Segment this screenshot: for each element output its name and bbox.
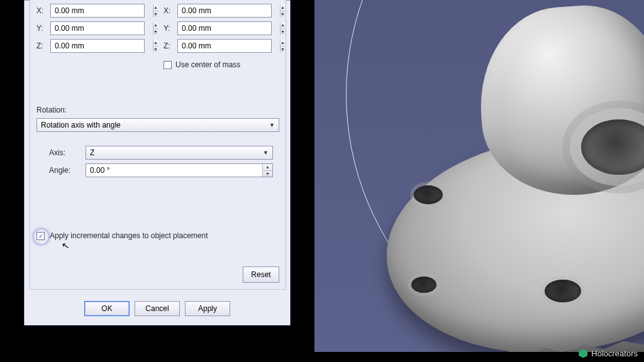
chevron-down-icon: ▼	[263, 150, 269, 156]
spin-up-icon[interactable]: ▲	[280, 40, 285, 47]
spin-up-icon[interactable]: ▲	[280, 4, 285, 11]
bottom-bar	[0, 352, 644, 362]
spin-up-icon[interactable]: ▲	[153, 4, 158, 11]
z-right-value[interactable]	[178, 40, 280, 52]
cancel-label: Cancel	[145, 304, 169, 313]
placement-dialog: X: ▲▼ Y: ▲▼ Z:	[24, 0, 291, 326]
chevron-down-icon: ▼	[269, 122, 275, 128]
spin-down-icon[interactable]: ▼	[280, 29, 285, 35]
ok-label: OK	[101, 304, 112, 313]
cursor-icon: ↖	[61, 239, 71, 252]
angle-value[interactable]	[86, 164, 262, 177]
ok-button[interactable]: OK	[84, 301, 130, 316]
click-halo	[33, 228, 50, 245]
angle-input[interactable]: ▲▼	[86, 163, 273, 177]
spin-down-icon[interactable]: ▼	[153, 11, 158, 18]
translation-col-right: X: ▲▼ Y: ▲▼ Z:	[164, 4, 272, 69]
y-right-input[interactable]: ▲▼	[177, 21, 272, 35]
dialog-button-bar: OK Cancel Apply	[25, 301, 290, 316]
incremental-label: Apply incremental changes to object plac…	[50, 231, 208, 240]
spin-down-icon[interactable]: ▼	[153, 47, 158, 53]
z-label: Z:	[36, 41, 47, 50]
axis-value: Z	[90, 148, 94, 157]
placement-panel: X: ▲▼ Y: ▲▼ Z:	[30, 0, 286, 290]
z-left-input[interactable]: ▲▼	[50, 39, 145, 53]
axis-label: Axis:	[49, 148, 77, 157]
rotation-mode-combo[interactable]: Rotation axis with angle ▼	[36, 118, 279, 132]
z-right-input[interactable]: ▲▼	[177, 39, 272, 53]
x-left-input[interactable]: ▲▼	[50, 4, 145, 18]
spin-down-icon[interactable]: ▼	[153, 29, 158, 35]
rotation-label: Rotation:	[36, 106, 279, 114]
apply-label: Apply	[198, 304, 217, 313]
reset-button[interactable]: Reset	[243, 266, 279, 283]
mesh-hole	[411, 277, 436, 293]
y-left-input[interactable]: ▲▼	[50, 21, 145, 35]
viewport-3d[interactable]	[314, 0, 644, 352]
watermark-text: Holocreators	[591, 349, 638, 358]
x-left-value[interactable]	[51, 4, 153, 17]
axis-combo[interactable]: Z ▼	[86, 146, 273, 160]
x-right-value[interactable]	[178, 4, 280, 17]
spin-up-icon[interactable]: ▲	[263, 164, 272, 171]
y-label: Y:	[36, 24, 47, 33]
angle-label: Angle:	[49, 166, 77, 175]
x-label: X:	[36, 6, 47, 15]
spin-up-icon[interactable]: ▲	[280, 22, 285, 29]
x-label: X:	[164, 6, 174, 15]
spin-down-icon[interactable]: ▼	[263, 171, 272, 177]
x-right-input[interactable]: ▲▼	[177, 4, 272, 18]
y-left-value[interactable]	[51, 22, 153, 35]
spin-up-icon[interactable]: ▲	[153, 22, 158, 29]
y-right-value[interactable]	[178, 22, 280, 35]
mesh-hole	[545, 280, 581, 302]
watermark: Holocreators	[579, 349, 638, 358]
reset-label: Reset	[251, 270, 270, 279]
incremental-checkbox[interactable]: ✓	[36, 232, 45, 240]
mesh-hole	[414, 185, 443, 204]
apply-button[interactable]: Apply	[185, 301, 230, 316]
spin-down-icon[interactable]: ▼	[280, 11, 285, 18]
z-label: Z:	[164, 41, 174, 50]
use-center-label: Use center of mass	[175, 60, 240, 69]
spin-down-icon[interactable]: ▼	[280, 47, 285, 53]
cancel-button[interactable]: Cancel	[135, 301, 180, 316]
rotation-mode-value: Rotation axis with angle	[41, 121, 121, 129]
y-label: Y:	[164, 24, 174, 33]
z-left-value[interactable]	[51, 40, 153, 52]
holocreators-logo-icon	[579, 349, 587, 358]
spin-up-icon[interactable]: ▲	[153, 40, 158, 47]
use-center-checkbox[interactable]	[164, 61, 172, 69]
translation-col-left: X: ▲▼ Y: ▲▼ Z:	[36, 4, 145, 69]
